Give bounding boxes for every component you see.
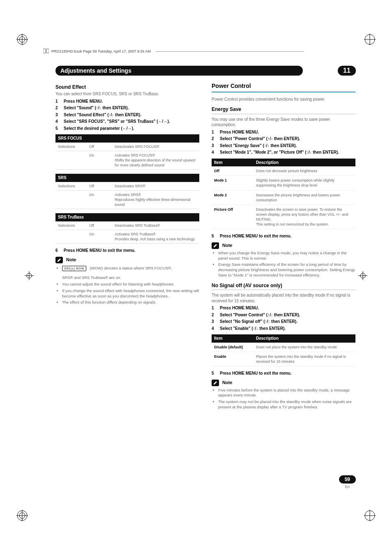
step-5: 5 Press HOME MENU to exit the menu. (212, 233, 355, 239)
table-row: Mode 1Slightly lowers power consumption … (212, 176, 355, 190)
srs-table: SRS Selections Off Deactivates SRS® On A… (55, 174, 199, 209)
energy-save-table: Item Description OffDoes not decrease pi… (212, 159, 355, 230)
list-item: When you change the Energy Save mode, yo… (218, 251, 355, 261)
step-text: Press HOME MENU. (220, 129, 355, 135)
no-signal-heading: No Signal off (AV source only) (212, 282, 355, 289)
page-language: En (345, 484, 350, 489)
step-text: Select "Mode 1", "Mode 2", or "Picture O… (220, 150, 355, 155)
list-item: Energy Save maintains efficiency of the … (218, 262, 355, 278)
chapter-title-bar: Adjustments and Settings 11 (55, 66, 356, 76)
note-heading: Note (55, 257, 199, 263)
list-item: You cannot adjust the sound effect for l… (62, 282, 199, 287)
note-heading: Note (212, 242, 355, 249)
sound-effect-steps: 1Press HOME MENU. 2Select "Sound" (↑/↓ t… (55, 99, 199, 131)
list-item: The system may not be placed into the st… (218, 399, 355, 410)
page-number: 59 (339, 475, 356, 484)
note-label: Note (222, 242, 232, 249)
power-control-intro: Power Control provides convenient functi… (212, 97, 355, 102)
note-heading: Note (212, 380, 355, 386)
divider (212, 92, 355, 92)
table-row: On Activates SRS TruBass® Provides deep,… (55, 230, 199, 243)
table-head: Item (212, 159, 254, 167)
table-head: SRS FOCUS (55, 134, 199, 143)
booklet-icon (43, 48, 49, 54)
table-row: Picture OffDeactivates the screen to sav… (212, 205, 355, 229)
step-text: Select the desired parameter (←/→). (64, 126, 199, 131)
note-bullets: Five minutes before the system is placed… (212, 388, 355, 410)
table-head: SRS (55, 174, 199, 182)
note-bullets: When you change the Energy Save mode, yo… (212, 251, 355, 278)
registration-mark-icon (16, 34, 28, 45)
table-row: Selections Off Deactivates SRS® (55, 182, 199, 191)
step-text: Select "SRS FOCUS", "SRS" or "SRS TruBas… (64, 119, 199, 124)
table-head: Description (254, 159, 355, 167)
chapter-number: 11 (338, 66, 356, 76)
list-item: SRS(●) WOW (WOW) denotes a status where … (62, 265, 199, 281)
power-control-heading: Power Control (212, 82, 355, 90)
step-text: Select "No Signal off" (↑/↓ then ENTER). (220, 319, 355, 325)
pencil-icon (212, 380, 219, 386)
note-label: Note (222, 380, 232, 386)
sound-effect-heading: Sound Effect (55, 84, 199, 90)
table-head: Description (254, 334, 355, 343)
page-number-badge: 59 En (339, 475, 356, 489)
divider (212, 290, 355, 290)
step-6: 6 Press HOME MENU to exit the menu. (55, 248, 199, 253)
note-bullets: SRS(●) WOW (WOW) denotes a status where … (55, 265, 199, 306)
table-row: On Activates SRS FOCUS® Shifts the appar… (55, 151, 199, 169)
svg-rect-20 (43, 49, 46, 53)
step-text: Select "Energy Save" (↑/↓ then ENTER). (220, 143, 355, 149)
crosshair-icon (358, 271, 367, 280)
step-text: Select "Power Control" (↑/↓ then ENTER). (220, 312, 355, 318)
srs-focus-table: SRS FOCUS Selections Off Deactivates SRS… (55, 134, 199, 170)
divider (212, 114, 355, 114)
energy-save-intro: You may use one of the three Energy Save… (212, 117, 355, 128)
no-signal-table: Item Description Disable (default)Does n… (212, 334, 355, 366)
pencil-icon (55, 257, 63, 263)
step-text: Select "Power Control" (↑/↓ then ENTER). (220, 136, 355, 142)
registration-side-icon (364, 510, 376, 521)
table-row: On Activates SRS® Reproduces highly effe… (55, 190, 199, 209)
table-row: Mode 2Decreases the picture brightness a… (212, 190, 355, 205)
svg-rect-21 (46, 49, 49, 53)
list-item: If you change the sound effect with head… (62, 288, 199, 299)
sound-effect-intro: You can select from SRS FOCUS, SRS or SR… (55, 91, 199, 97)
registration-side-icon (364, 34, 376, 45)
step-text: Press HOME MENU. (220, 305, 355, 311)
pencil-icon (212, 242, 219, 249)
note-label: Note (66, 257, 76, 263)
no-signal-intro: The system will be automatically placed … (212, 292, 355, 304)
table-row: Selections Off Deactivates SRS TruBass® (55, 221, 199, 230)
table-head: SRS TruBass (55, 213, 199, 221)
bookline-text: PRO1150HD.book Page 59 Tuesday, April 17… (51, 49, 151, 53)
list-item: The effect of this function differs depe… (62, 300, 199, 305)
step-5: 5 Press HOME MENU to exit the menu. (212, 371, 355, 376)
table-row: OffDoes not decrease picture brightness (212, 166, 355, 176)
book-header: PRO1150HD.book Page 59 Tuesday, April 17… (43, 48, 304, 54)
table-row: Selections Off Deactivates SRS FOCUS® (55, 143, 199, 151)
table-row: EnablePlaces the system into the standby… (212, 352, 355, 366)
energy-save-steps: 1Press HOME MENU. 2Select "Power Control… (212, 129, 355, 155)
energy-save-heading: Energy Save (212, 106, 355, 113)
list-item: Five minutes before the system is placed… (218, 388, 355, 398)
right-column: Power Control Power Control provides con… (212, 82, 355, 414)
chapter-title: Adjustments and Settings (55, 66, 303, 76)
step-text: Select "Sound" (↑/↓ then ENTER). (64, 105, 199, 111)
divider (156, 51, 304, 52)
registration-mark-icon (16, 510, 28, 521)
left-column: Sound Effect You can select from SRS FOC… (55, 82, 199, 414)
step-text: Press HOME MENU. (64, 99, 199, 104)
table-row: Disable (default)Does not place the syst… (212, 343, 355, 352)
srs-wow-logo-icon: SRS(●) WOW (62, 266, 86, 271)
step-text: Select "Enable" (↑/↓ then ENTER). (220, 326, 355, 332)
crosshair-icon (25, 271, 34, 280)
no-signal-steps: 1Press HOME MENU. 2Select "Power Control… (212, 305, 355, 331)
step-text: Select "Sound Effect" (↑/↓ then ENTER). (64, 112, 199, 118)
srs-trubass-table: SRS TruBass Selections Off Deactivates S… (55, 213, 199, 244)
table-head: Item (212, 334, 254, 343)
